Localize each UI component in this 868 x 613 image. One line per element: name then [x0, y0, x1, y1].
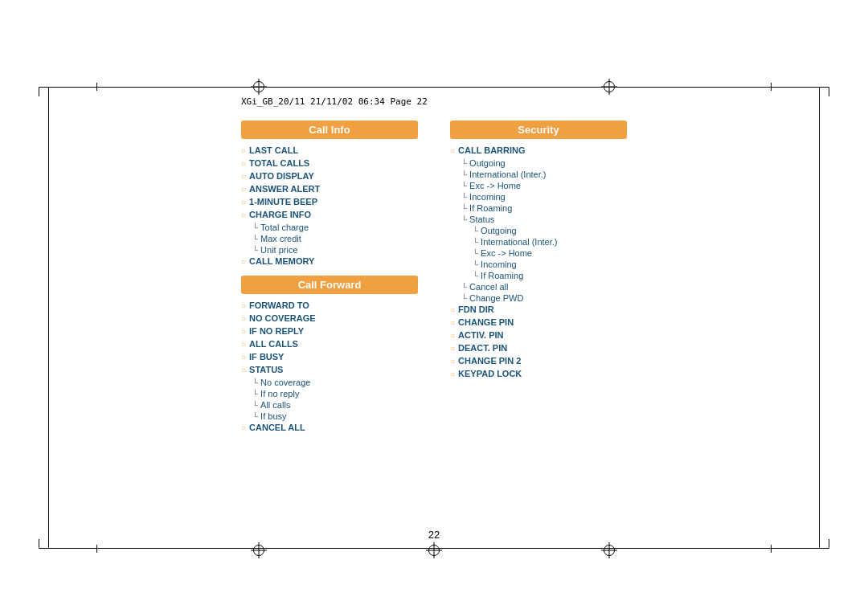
- left-column: Call Info ○ LAST CALL ○ TOTAL CALLS ○ AU…: [241, 121, 418, 435]
- bullet-change-pin2: ○: [450, 357, 455, 366]
- sub-item-barring-status: └ Status: [461, 215, 627, 224]
- sub-item-total-charge: └ Total charge: [252, 223, 418, 232]
- sub-item-if-no-reply: └ If no reply: [252, 389, 418, 398]
- label-status-all-calls: All calls: [260, 400, 290, 410]
- security-header: Security: [450, 121, 627, 139]
- label-total-calls: TOTAL CALLS: [249, 158, 309, 168]
- charge-info-subitems: └ Total charge └ Max credit └ Unit price: [252, 223, 418, 255]
- label-ss-incoming: Incoming: [481, 260, 517, 269]
- sub-item-all-calls-status: └ All calls: [252, 400, 418, 410]
- sub-item-incoming: └ Incoming: [461, 192, 627, 202]
- sub-sub-item-international: └ International (Inter.): [473, 237, 627, 247]
- label-if-roaming: If Roaming: [469, 203, 512, 213]
- status-subitems: └ No coverage └ If no reply └ All calls …: [252, 378, 418, 421]
- arrow-max-credit: └: [252, 235, 258, 243]
- label-call-barring: CALL BARRING: [458, 145, 526, 155]
- call-forward-header: Call Forward: [241, 276, 418, 294]
- arrow-total-charge: └: [252, 223, 258, 232]
- call-forward-section: Call Forward ○ FORWARD TO ○ NO COVERAGE …: [241, 276, 418, 432]
- bullet-deact-pin: ○: [450, 344, 455, 353]
- label-incoming: Incoming: [469, 192, 506, 202]
- sub-item-unit-price: └ Unit price: [252, 245, 418, 255]
- menu-item-no-coverage: ○ NO COVERAGE: [241, 313, 418, 323]
- menu-item-answer-alert: ○ ANSWER ALERT: [241, 184, 418, 194]
- barring-status-subitems: └ Outgoing └ International (Inter.) └ Ex…: [473, 226, 627, 280]
- corner-tick-br: [820, 539, 829, 549]
- label-forward-to: FORWARD TO: [249, 300, 309, 310]
- cross-bottom-center: [426, 542, 442, 558]
- sub-item-international: └ International (Inter.): [461, 170, 627, 179]
- label-change-pin2: CHANGE PIN 2: [458, 356, 521, 366]
- menu-item-charge-info: ○ CHARGE INFO: [241, 210, 418, 219]
- tick-bottom-left: [96, 545, 97, 553]
- sub-item-max-credit: └ Max credit: [252, 234, 418, 243]
- bullet-if-no-reply: ○: [241, 327, 246, 336]
- tick-top-right: [771, 83, 772, 91]
- menu-item-if-busy: ○ IF BUSY: [241, 352, 418, 362]
- bullet-total-calls: ○: [241, 159, 246, 168]
- menu-item-change-pin: ○ CHANGE PIN: [450, 317, 627, 327]
- sub-item-exc-home: └ Exc -> Home: [461, 181, 627, 190]
- tick-top-left: [96, 83, 97, 91]
- label-change-pin: CHANGE PIN: [458, 317, 514, 327]
- page-border-top: [48, 87, 820, 88]
- label-status: STATUS: [249, 365, 283, 374]
- menu-item-status: ○ STATUS: [241, 365, 418, 374]
- label-ss-exc-home: Exc -> Home: [481, 248, 532, 258]
- bullet-if-busy: ○: [241, 353, 246, 362]
- arrow-international: └: [461, 170, 467, 179]
- label-status-if-busy: If busy: [260, 411, 286, 421]
- bullet-change-pin: ○: [450, 318, 455, 327]
- menu-item-1min-beep: ○ 1-MINUTE BEEP: [241, 197, 418, 206]
- arrow-change-pwd: └: [461, 294, 467, 303]
- label-cancel-all-barring: Cancel all: [469, 282, 508, 292]
- label-if-no-reply: IF NO REPLY: [249, 326, 304, 336]
- sub-sub-item-exc-home: └ Exc -> Home: [473, 248, 627, 258]
- bullet-call-memory: ○: [241, 257, 246, 266]
- arrow-cancel-all: └: [461, 283, 467, 292]
- label-status-if-no-reply: If no reply: [260, 389, 299, 398]
- bullet-activ-pin: ○: [450, 331, 455, 340]
- arrow-barring-status: └: [461, 215, 467, 224]
- menu-item-auto-display: ○ AUTO DISPLAY: [241, 171, 418, 181]
- menu-item-last-call: ○ LAST CALL: [241, 145, 418, 155]
- security-section: Security ○ CALL BARRING └ Outgoing └ Int…: [450, 121, 627, 378]
- call-info-header: Call Info: [241, 121, 418, 139]
- label-international: International (Inter.): [469, 170, 546, 179]
- sub-item-if-roaming: └ If Roaming: [461, 203, 627, 213]
- label-fdn-dir: FDN DIR: [458, 304, 494, 314]
- bullet-keypad-lock: ○: [450, 370, 455, 378]
- right-column: Security ○ CALL BARRING └ Outgoing └ Int…: [450, 121, 627, 435]
- tick-bottom-right: [771, 545, 772, 553]
- label-deact-pin: DEACT. PIN: [458, 343, 507, 353]
- bullet-call-barring: ○: [450, 146, 455, 155]
- arrow-ss-if-roaming: └: [473, 272, 478, 280]
- arrow-if-roaming: └: [461, 204, 467, 213]
- sub-item-no-coverage: └ No coverage: [252, 378, 418, 387]
- label-keypad-lock: KEYPAD LOCK: [458, 369, 522, 378]
- arrow-outgoing: └: [461, 159, 467, 168]
- label-outgoing: Outgoing: [469, 158, 506, 168]
- corner-tick-bl: [39, 539, 48, 549]
- arrow-all-calls: └: [252, 401, 258, 410]
- sub-item-change-pwd: └ Change PWD: [461, 293, 627, 303]
- bullet-1min-beep: ○: [241, 198, 246, 206]
- label-cancel-all: CANCEL ALL: [249, 423, 305, 432]
- arrow-incoming: └: [461, 193, 467, 202]
- arrow-ss-international: └: [473, 238, 478, 247]
- header-text: XGi_GB_20/11 21/11/02 06:34 Page 22: [241, 96, 428, 107]
- label-ss-if-roaming: If Roaming: [481, 271, 523, 280]
- label-activ-pin: ACTIV. PIN: [458, 330, 503, 340]
- content-area: Call Info ○ LAST CALL ○ TOTAL CALLS ○ AU…: [0, 121, 868, 435]
- menu-item-forward-to: ○ FORWARD TO: [241, 300, 418, 310]
- call-barring-subitems: └ Outgoing └ International (Inter.) └ Ex…: [461, 158, 627, 303]
- label-ss-outgoing: Outgoing: [481, 226, 517, 235]
- bullet-charge-info: ○: [241, 210, 246, 219]
- cross-bottom-right: [601, 542, 617, 558]
- bullet-no-coverage: ○: [241, 314, 246, 323]
- label-unit-price: Unit price: [260, 245, 297, 255]
- menu-item-deact-pin: ○ DEACT. PIN: [450, 343, 627, 353]
- arrow-no-coverage: └: [252, 378, 258, 387]
- menu-item-cancel-all: ○ CANCEL ALL: [241, 423, 418, 432]
- label-ss-international: International (Inter.): [481, 237, 557, 247]
